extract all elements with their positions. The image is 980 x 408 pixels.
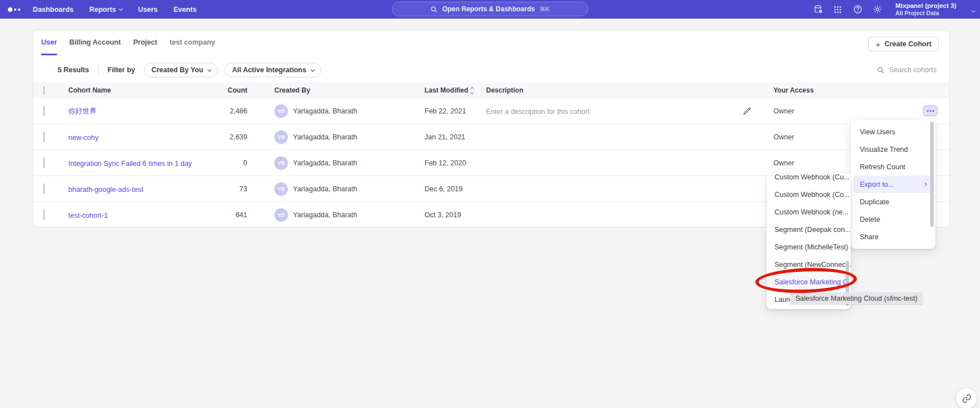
row-checkbox[interactable] bbox=[43, 106, 45, 116]
row-context-menu: View UsersVisualize TrendRefresh CountEx… bbox=[851, 120, 935, 249]
row-checkbox[interactable] bbox=[43, 183, 45, 194]
created-by-name: Yarlagadda, Bharath bbox=[293, 133, 357, 141]
export-option-segment-newconnec[interactable]: Segment (NewConnec... bbox=[767, 256, 851, 273]
mixpanel-logo-icon[interactable] bbox=[8, 7, 20, 12]
tab-user[interactable]: User bbox=[41, 38, 57, 55]
header-cohort-name: Cohort Name bbox=[68, 86, 204, 94]
link-icon bbox=[962, 394, 972, 403]
settings-gear-icon[interactable] bbox=[872, 5, 882, 15]
header-last-modified[interactable]: Last Modified bbox=[425, 86, 486, 94]
cohort-name-link[interactable]: bharath-google-ads-test bbox=[68, 186, 143, 194]
table-row: Integration Sync Failed 6 times in 1 day… bbox=[33, 150, 949, 176]
nav-item-label: Reports bbox=[89, 6, 116, 14]
cohort-name-link[interactable]: 你好世界 bbox=[68, 107, 97, 115]
table-row: new-cohy 2,639 YB Yarlagadda, Bharath Ja… bbox=[33, 124, 949, 150]
menu-item-label: Delete bbox=[860, 216, 880, 223]
avatar: YB bbox=[274, 208, 288, 222]
select-all-checkbox[interactable] bbox=[43, 86, 45, 95]
menu-item-refresh-count[interactable]: Refresh Count bbox=[851, 158, 935, 176]
row-actions-button[interactable] bbox=[923, 106, 938, 116]
menu-item-visualize-trend[interactable]: Visualize Trend bbox=[851, 141, 935, 158]
global-search-placeholder: Open Reports & Dashboards bbox=[442, 5, 535, 13]
project-chevron-down-icon[interactable] bbox=[972, 5, 974, 15]
created-by-name: Yarlagadda, Bharath bbox=[293, 185, 357, 193]
last-modified-date: Feb 12, 2020 bbox=[425, 159, 486, 167]
menu-item-label: Visualize Trend bbox=[860, 146, 908, 153]
chevron-down-icon bbox=[310, 68, 314, 72]
nav-items: DashboardsReportsUsersEvents bbox=[33, 6, 196, 14]
menu-item-view-users[interactable]: View Users bbox=[851, 123, 935, 141]
copy-link-button[interactable] bbox=[956, 388, 977, 408]
integration-tooltip: Salesforce Marketing Cloud (sfmc-test) bbox=[790, 292, 922, 304]
pencil-icon bbox=[743, 107, 751, 115]
row-actions-cell bbox=[923, 106, 949, 116]
cohort-count: 0 bbox=[204, 159, 247, 167]
header-created-by: Created By bbox=[247, 86, 425, 94]
nav-item-dashboards[interactable]: Dashboards bbox=[33, 6, 73, 14]
cohort-count: 641 bbox=[204, 211, 247, 219]
created-by-filter[interactable]: Created By You bbox=[144, 63, 218, 77]
menu-item-duplicate[interactable]: Duplicate bbox=[851, 193, 935, 210]
export-option-segment-deepak-con[interactable]: Segment (Deepak con... bbox=[767, 221, 851, 238]
export-option-segment-michelletest[interactable]: Segment (MichelleTest) bbox=[767, 238, 851, 256]
nav-item-users[interactable]: Users bbox=[138, 6, 158, 14]
menu-item-share[interactable]: Share bbox=[851, 228, 935, 245]
sort-icon bbox=[471, 87, 474, 94]
project-name: Mixpanel (project 3) bbox=[895, 2, 956, 10]
last-modified-date: Oct 3, 2019 bbox=[425, 211, 486, 219]
data-management-icon[interactable] bbox=[813, 5, 823, 15]
table-row: 你好世界 2,486 YB Yarlagadda, Bharath Feb 22… bbox=[33, 98, 949, 124]
search-icon bbox=[877, 66, 885, 74]
help-icon[interactable] bbox=[852, 5, 863, 15]
header-your-access: Your Access bbox=[773, 86, 923, 94]
tab-test-company[interactable]: test company bbox=[169, 38, 215, 55]
filter-by-label: Filter by bbox=[108, 66, 135, 74]
avatar: YB bbox=[274, 156, 288, 170]
description-input[interactable]: Enter a description for this cohort bbox=[486, 108, 589, 116]
integrations-filter[interactable]: All Active Integrations bbox=[225, 63, 321, 77]
search-icon bbox=[430, 6, 438, 13]
row-checkbox[interactable] bbox=[43, 209, 45, 220]
cohort-count: 73 bbox=[204, 185, 247, 193]
top-navbar: DashboardsReportsUsersEvents Open Report… bbox=[0, 0, 980, 19]
filter-bar: 5 Results Filter by Created By You All A… bbox=[33, 63, 949, 77]
global-search-bar[interactable]: Open Reports & Dashboards ⌘K bbox=[392, 2, 588, 16]
cohort-name-link[interactable]: new-cohy bbox=[68, 134, 99, 142]
avatar: YB bbox=[274, 130, 288, 144]
export-option-custom-webhook-ne[interactable]: Custom Webhook (ne... bbox=[767, 203, 851, 221]
last-modified-date: Feb 22, 2021 bbox=[425, 107, 486, 115]
row-checkbox[interactable] bbox=[43, 131, 45, 142]
cohort-type-tabs: UserBilling AccountProjecttest company bbox=[33, 30, 949, 55]
results-count: 5 Results bbox=[58, 66, 89, 74]
export-option-salesforce-marketing-c[interactable]: Salesforce Marketing C... bbox=[767, 273, 851, 291]
menu-item-label: Refresh Count bbox=[860, 163, 905, 171]
nav-item-reports[interactable]: Reports bbox=[89, 6, 122, 14]
menu-item-export-to[interactable]: Export to... bbox=[854, 176, 933, 193]
context-menu-scrollbar[interactable] bbox=[930, 122, 934, 227]
cohort-name-link[interactable]: Integration Sync Failed 6 times in 1 day bbox=[68, 160, 192, 168]
cohort-count: 2,486 bbox=[204, 107, 247, 115]
chevron-right-icon bbox=[923, 182, 927, 186]
avatar: YB bbox=[274, 182, 288, 196]
apps-grid-icon[interactable] bbox=[833, 5, 843, 15]
row-checkbox[interactable] bbox=[43, 157, 45, 168]
created-by-name: Yarlagadda, Bharath bbox=[293, 159, 357, 167]
export-option-custom-webhook-cu[interactable]: Custom Webhook (Cu... bbox=[767, 174, 851, 186]
table-header: Cohort Name Count Created By Last Modifi… bbox=[33, 82, 949, 98]
create-cohort-button[interactable]: + Create Cohort bbox=[868, 37, 939, 51]
search-shortcut: ⌘K bbox=[539, 6, 549, 13]
cohort-name-link[interactable]: test-cohort-1 bbox=[68, 212, 108, 220]
tab-billing-account[interactable]: Billing Account bbox=[69, 38, 121, 55]
nav-item-label: Events bbox=[173, 6, 196, 14]
nav-item-label: Users bbox=[138, 6, 158, 14]
edit-description-cell[interactable] bbox=[743, 107, 773, 115]
export-option-custom-webhook-co[interactable]: Custom Webhook (Co... bbox=[767, 186, 851, 203]
nav-item-events[interactable]: Events bbox=[173, 6, 196, 14]
tab-project[interactable]: Project bbox=[133, 38, 157, 55]
cohort-count: 2,639 bbox=[204, 133, 247, 141]
nav-item-label: Dashboards bbox=[33, 6, 73, 14]
search-cohorts-input[interactable]: Search cohorts bbox=[877, 63, 937, 77]
project-selector[interactable]: Mixpanel (project 3) All Project Data bbox=[895, 2, 956, 17]
menu-item-label: Share bbox=[860, 233, 878, 241]
menu-item-delete[interactable]: Delete bbox=[851, 210, 935, 228]
